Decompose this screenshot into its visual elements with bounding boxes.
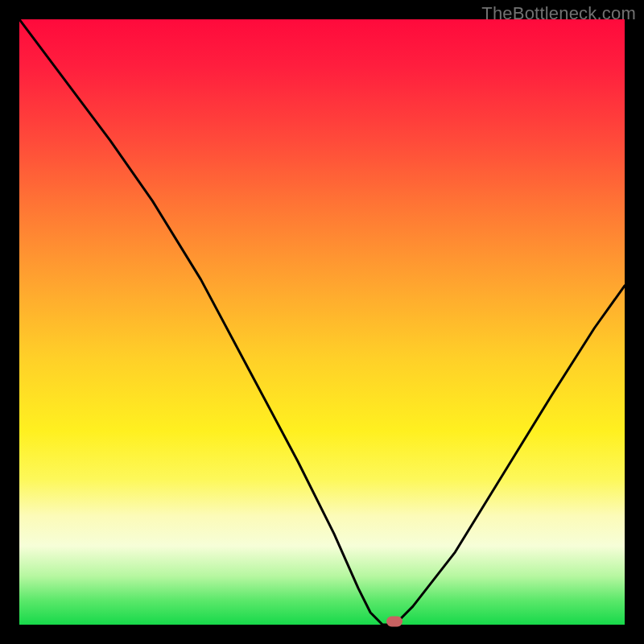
plot-area — [19, 19, 625, 625]
chart-frame: TheBottleneck.com — [0, 0, 644, 644]
minimum-marker — [386, 617, 402, 627]
bottleneck-curve — [19, 19, 625, 625]
watermark-text: TheBottleneck.com — [481, 3, 636, 24]
